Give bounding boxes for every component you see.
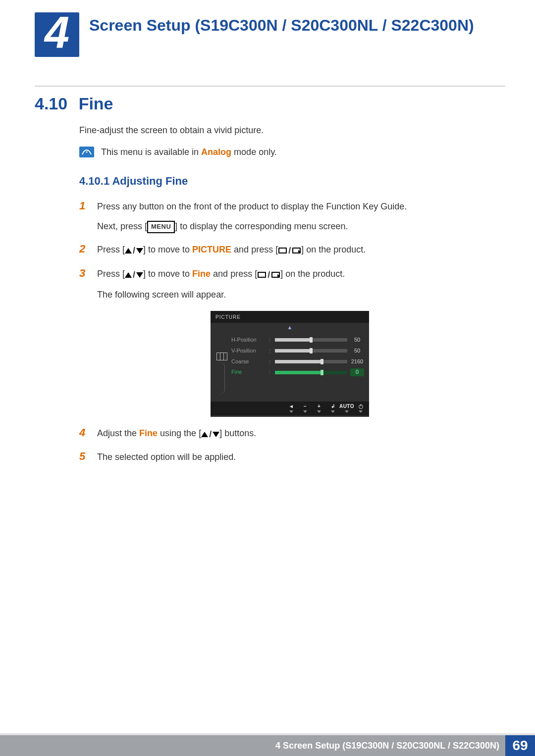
header-rule <box>35 86 505 87</box>
step-text: Press [/] to move to PICTURE and press [… <box>97 243 500 257</box>
steps-list-cont: 4 Adjust the Fine using the [/] buttons.… <box>79 427 500 464</box>
picture-mode-icon <box>216 353 227 360</box>
osd-minus-icon: − <box>302 404 309 413</box>
source-enter-icon: / <box>278 244 301 257</box>
osd-row-label: Coarse <box>231 358 266 366</box>
osd-rows: H-Position:50V-Position:50Coarse:2160Fin… <box>231 335 364 395</box>
osd-row-label: Fine <box>231 368 266 376</box>
osd-row-label: H-Position <box>231 336 266 344</box>
chapter-number: 4 <box>45 10 69 55</box>
osd-row-value: 50 <box>350 347 364 355</box>
footer-title: 4 Screen Setup (S19C300N / S20C300NL / S… <box>269 735 505 756</box>
osd-plus-icon: + <box>316 404 322 413</box>
up-down-icon: / <box>125 244 143 257</box>
step-number: 5 <box>79 451 89 463</box>
osd-slider <box>275 371 347 374</box>
step-number: 2 <box>79 243 89 257</box>
chapter-header: 4 Screen Setup (S19C300N / S20C300NL / S… <box>35 12 505 57</box>
section-number: 4.10 <box>35 94 67 113</box>
osd-screenshot: PICTURE ▲ H-Position:50V-Position:50Coar… <box>79 311 500 416</box>
step-4: 4 Adjust the Fine using the [/] buttons. <box>79 427 500 441</box>
osd-enter-icon: ↲ <box>329 404 336 413</box>
section-body: Fine-adjust the screen to obtain a vivid… <box>79 124 500 473</box>
osd-power-icon <box>357 404 364 413</box>
up-down-icon: / <box>125 268 143 281</box>
step-5: 5 The selected option will be applied. <box>79 451 500 463</box>
step-text: Adjust the Fine using the [/] buttons. <box>97 427 500 441</box>
step-text: Press any button on the front of the pro… <box>97 200 500 233</box>
section-heading: 4.10 Fine <box>35 94 505 113</box>
svg-point-0 <box>86 151 87 153</box>
note-icon <box>79 147 94 157</box>
osd-slider <box>275 349 347 353</box>
steps-list: 1 Press any button on the front of the p… <box>79 200 500 301</box>
osd-back-icon: ◄ <box>288 404 295 413</box>
osd-slider <box>275 360 347 363</box>
up-down-icon: / <box>201 428 219 441</box>
osd-row: V-Position:50 <box>231 346 364 356</box>
page: 4 Screen Setup (S19C300N / S20C300NL / S… <box>0 0 535 756</box>
osd-row: Coarse:2160 <box>231 356 364 367</box>
footer-page-number: 69 <box>505 735 535 756</box>
step-text: Press [/] to move to Fine and press [/] … <box>97 267 500 302</box>
osd-up-arrow-icon: ▲ <box>211 323 369 334</box>
fine-keyword: Fine <box>139 428 158 438</box>
note-text: This menu is available in Analog mode on… <box>101 146 277 158</box>
osd-row: H-Position:50 <box>231 335 364 346</box>
step-number: 3 <box>79 267 89 302</box>
section-intro: Fine-adjust the screen to obtain a vivid… <box>79 124 500 137</box>
menu-button-label: MENU <box>147 221 175 233</box>
step-3: 3 Press [/] to move to Fine and press [/… <box>79 267 500 302</box>
note-analog: Analog <box>201 147 231 157</box>
chapter-badge: 4 <box>35 12 79 57</box>
osd-auto-icon: AUTO <box>343 404 350 413</box>
footer: 4 Screen Setup (S19C300N / S20C300NL / S… <box>0 735 535 756</box>
osd-title: PICTURE <box>211 311 369 323</box>
osd-row: Fine:0 <box>231 367 364 378</box>
osd-row-value: 0 <box>350 368 364 376</box>
section-title: Fine <box>79 94 113 113</box>
chapter-title: Screen Setup (S19C300N / S20C300NL / S22… <box>89 12 474 36</box>
osd-panel: PICTURE ▲ H-Position:50V-Position:50Coar… <box>211 311 369 416</box>
fine-keyword: Fine <box>192 269 211 279</box>
step-1: 1 Press any button on the front of the p… <box>79 200 500 233</box>
subsection-heading: 4.10.1 Adjusting Fine <box>79 173 500 189</box>
osd-row-label: V-Position <box>231 347 266 355</box>
step-text: The selected option will be applied. <box>97 451 500 463</box>
step-2: 2 Press [/] to move to PICTURE and press… <box>79 243 500 257</box>
osd-row-value: 50 <box>350 336 364 344</box>
step-number: 4 <box>79 427 89 441</box>
source-enter-icon: / <box>257 268 280 281</box>
note-row: This menu is available in Analog mode on… <box>79 146 500 158</box>
osd-arc-decor <box>219 362 225 395</box>
picture-keyword: PICTURE <box>192 245 231 254</box>
osd-bottom-bar: ◄ − + ↲ AUTO <box>211 402 369 415</box>
osd-slider <box>275 338 347 342</box>
osd-row-value: 2160 <box>350 358 364 366</box>
step-number: 1 <box>79 200 89 233</box>
